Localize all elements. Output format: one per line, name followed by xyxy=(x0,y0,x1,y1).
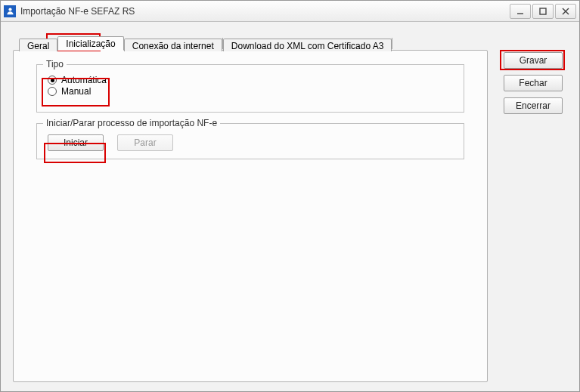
group-processo-legend: Iniciar/Parar processo de importação NF-… xyxy=(43,118,220,128)
parar-button[interactable]: Parar xyxy=(117,134,173,151)
group-tipo: Tipo Automática Manual xyxy=(36,64,464,113)
gravar-button[interactable]: Gravar xyxy=(504,52,563,69)
button-label: Iniciar xyxy=(64,137,88,148)
group-tipo-legend: Tipo xyxy=(43,59,67,69)
button-label: Fechar xyxy=(519,78,547,88)
app-icon xyxy=(4,5,16,17)
client-area: Geral Inicialização Conexão da internet … xyxy=(1,22,579,391)
radio-icon xyxy=(48,76,57,85)
tab-separator xyxy=(392,38,392,49)
radio-label: Automática xyxy=(61,75,107,85)
maximize-button[interactable] xyxy=(532,4,554,19)
svg-rect-2 xyxy=(540,8,546,14)
encerrar-button[interactable]: Encerrar xyxy=(504,97,563,114)
tab-strip: Geral Inicialização Conexão da internet … xyxy=(19,35,392,51)
tab-label: Inicialização xyxy=(66,39,115,49)
tab-panel: Tipo Automática Manual Iniciar/Parar pro… xyxy=(13,50,488,382)
window-controls xyxy=(508,4,576,19)
close-window-button[interactable] xyxy=(555,4,576,19)
side-buttons: Gravar Fechar Encerrar xyxy=(504,52,563,114)
tab-download[interactable]: Download do XML com Certificado A3 xyxy=(223,39,392,51)
window-title: Importação NF-e SEFAZ RS xyxy=(20,6,508,17)
group-processo: Iniciar/Parar processo de importação NF-… xyxy=(36,123,464,159)
minimize-button[interactable] xyxy=(510,4,531,19)
radio-automatica[interactable]: Automática xyxy=(48,75,456,85)
radio-label: Manual xyxy=(61,86,91,97)
tab-label: Conexão da internet xyxy=(132,41,214,51)
tab-conexao[interactable]: Conexão da internet xyxy=(124,39,222,51)
button-label: Encerrar xyxy=(516,100,551,111)
titlebar: Importação NF-e SEFAZ RS xyxy=(1,1,579,22)
svg-point-0 xyxy=(8,8,11,11)
radio-manual[interactable]: Manual xyxy=(48,86,456,97)
tab-label: Geral xyxy=(27,41,49,51)
radio-icon xyxy=(48,87,57,96)
button-label: Gravar xyxy=(520,55,547,66)
tab-label: Download do XML com Certificado A3 xyxy=(231,41,384,51)
fechar-button[interactable]: Fechar xyxy=(504,75,563,91)
tab-geral[interactable]: Geral xyxy=(19,39,57,51)
tab-inicializacao[interactable]: Inicialização xyxy=(57,36,123,51)
button-label: Parar xyxy=(134,137,156,148)
window: Importação NF-e SEFAZ RS Geral Inicializ… xyxy=(0,0,580,392)
iniciar-button[interactable]: Iniciar xyxy=(48,134,104,151)
